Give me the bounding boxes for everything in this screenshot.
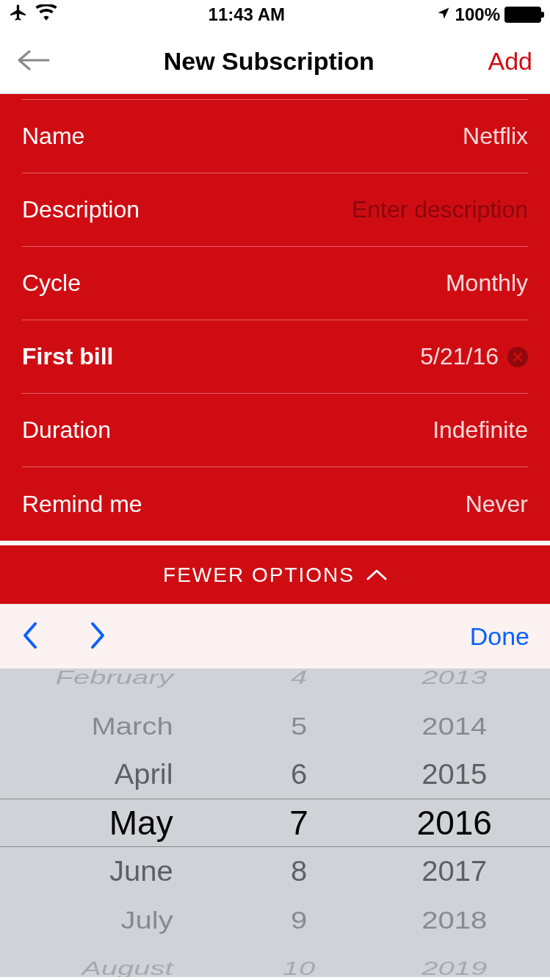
airplane-icon [9, 3, 28, 26]
name-row[interactable]: Name Netflix [22, 100, 528, 173]
fewer-options-label: FEWER OPTIONS [163, 563, 355, 587]
picker-month-item[interactable]: February [0, 669, 239, 693]
form-area: Name Netflix Description Enter descripti… [0, 94, 550, 541]
picker-year-item[interactable]: 2015 [358, 752, 550, 798]
date-picker[interactable]: January February March April May June Ju… [0, 669, 550, 977]
fewer-options-button[interactable]: FEWER OPTIONS [0, 545, 550, 604]
remind-label: Remind me [22, 491, 142, 518]
name-value: Netflix [463, 123, 528, 150]
status-left [9, 3, 57, 26]
clear-date-icon[interactable] [507, 347, 528, 367]
accessory-arrows [21, 621, 107, 653]
picker-year-item[interactable]: 2019 [358, 953, 550, 977]
picker-day-item[interactable]: 4 [239, 669, 359, 693]
wifi-icon [35, 4, 57, 25]
duration-label: Duration [22, 417, 111, 444]
prev-field-button[interactable] [21, 621, 38, 653]
battery-percent: 100% [455, 4, 500, 25]
picker-year-item[interactable]: 2014 [358, 705, 550, 746]
first-bill-value-wrap: 5/21/16 [420, 343, 528, 370]
picker-year-item[interactable]: 2017 [358, 849, 550, 895]
page-title: New Subscription [50, 47, 488, 76]
description-placeholder: Enter description [352, 196, 528, 223]
input-accessory-bar: Done [0, 604, 550, 669]
picker-day-item[interactable]: 5 [239, 705, 359, 746]
remind-row[interactable]: Remind me Never [22, 467, 528, 541]
battery-icon [504, 7, 541, 23]
picker-month-item[interactable]: June [0, 849, 239, 895]
status-right: 100% [436, 4, 541, 25]
form-top-divider [22, 94, 528, 100]
picker-day-item[interactable]: 10 [239, 953, 359, 977]
add-button[interactable]: Add [488, 47, 533, 76]
picker-month-selected[interactable]: May [0, 799, 239, 847]
picker-day-item[interactable]: 6 [239, 752, 359, 798]
chevron-up-icon [366, 563, 387, 587]
done-button[interactable]: Done [470, 622, 529, 651]
location-icon [436, 4, 451, 25]
picker-month-item[interactable]: August [0, 953, 239, 977]
picker-month-item[interactable]: March [0, 705, 239, 746]
picker-month-item[interactable]: April [0, 752, 239, 798]
back-button[interactable] [18, 49, 50, 74]
duration-value: Indefinite [433, 417, 528, 444]
status-bar: 11:43 AM 100% [0, 0, 550, 29]
picker-month-item[interactable]: July [0, 899, 239, 940]
picker-year-item[interactable]: 2013 [358, 669, 550, 693]
status-time: 11:43 AM [209, 4, 285, 25]
picker-day-item[interactable]: 8 [239, 849, 359, 895]
cycle-value: Monthly [446, 270, 528, 297]
picker-year-item[interactable]: 2018 [358, 899, 550, 940]
picker-year-selected[interactable]: 2016 [358, 799, 550, 847]
month-wheel[interactable]: January February March April May June Ju… [0, 669, 239, 977]
remind-value: Never [466, 491, 528, 518]
nav-bar: New Subscription Add [0, 29, 550, 94]
cycle-row[interactable]: Cycle Monthly [22, 247, 528, 320]
picker-day-selected[interactable]: 7 [239, 799, 359, 847]
year-wheel[interactable]: 2012 2013 2014 2015 2016 2017 2018 2019 … [358, 669, 550, 977]
day-wheel[interactable]: 3 4 5 6 7 8 9 10 11 [239, 669, 359, 977]
description-row[interactable]: Description Enter description [22, 173, 528, 247]
first-bill-row[interactable]: First bill 5/21/16 [22, 320, 528, 394]
picker-day-item[interactable]: 9 [239, 899, 359, 940]
cycle-label: Cycle [22, 270, 81, 297]
first-bill-label: First bill [22, 343, 113, 370]
next-field-button[interactable] [90, 621, 107, 653]
duration-row[interactable]: Duration Indefinite [22, 394, 528, 467]
first-bill-value: 5/21/16 [420, 343, 499, 370]
name-label: Name [22, 123, 84, 150]
description-label: Description [22, 196, 140, 223]
